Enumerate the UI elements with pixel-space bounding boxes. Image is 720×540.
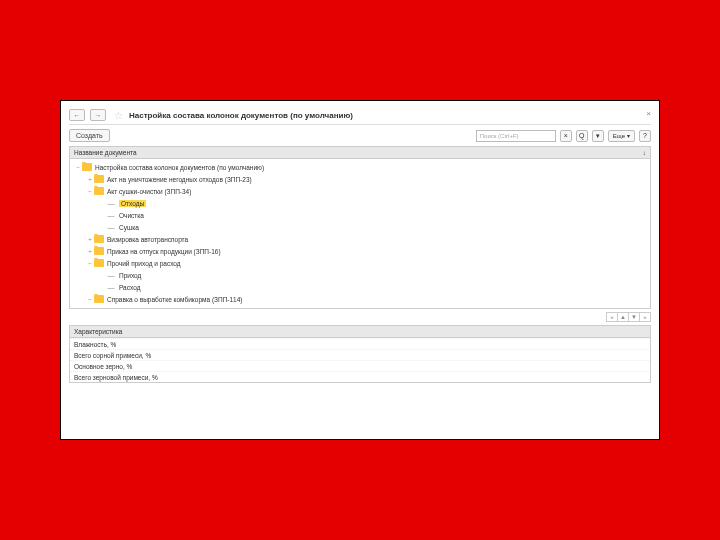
- folder-icon: [94, 235, 104, 243]
- tree-row-label: Прочий приход и расход: [107, 260, 181, 267]
- characteristic-row[interactable]: Всего сорной примеси, %: [70, 349, 650, 360]
- tree-row-label: Справка о выработке комбикорма (ЗПП-114): [107, 296, 243, 303]
- search-input[interactable]: Поиск (Ctrl+F): [476, 130, 556, 142]
- tree-row-label: Приказ на отпуск продукции (ЗПП-16): [107, 248, 221, 255]
- close-icon[interactable]: ×: [646, 109, 651, 118]
- tree-row-label: Настройка состава колонок документов (по…: [95, 164, 264, 171]
- characteristic-row[interactable]: Основное зерно, %: [70, 360, 650, 371]
- tree-row[interactable]: +Приказ на отпуск продукции (ЗПП-16): [70, 245, 650, 257]
- tree-toggle-icon[interactable]: −: [86, 296, 94, 302]
- toolbar: Создать Поиск (Ctrl+F) × Q ▾ Еще▾ ?: [69, 125, 651, 146]
- tree-row-label: Визировка автотранспорта: [107, 236, 188, 243]
- search-clear-button[interactable]: ×: [560, 130, 572, 142]
- leaf-icon: —: [106, 224, 116, 231]
- tree-pager: « ▲ ▼ »: [69, 309, 651, 325]
- tree-row[interactable]: +Акт на уничтожение негодных отходов (ЗП…: [70, 173, 650, 185]
- app-window: ← → ☆ Настройка состава колонок документ…: [60, 100, 660, 440]
- more-button[interactable]: Еще▾: [608, 130, 635, 142]
- sort-indicator-icon: ↓: [643, 149, 646, 156]
- leaf-icon: —: [106, 212, 116, 219]
- tree-row[interactable]: —Очистка: [70, 209, 650, 221]
- folder-icon: [94, 175, 104, 183]
- nav-back-button[interactable]: ←: [69, 109, 85, 121]
- tree-toggle-icon[interactable]: +: [86, 176, 94, 182]
- tree-row[interactable]: −Прочий приход и расход: [70, 257, 650, 269]
- column-name-label: Название документа: [74, 149, 137, 156]
- folder-icon: [82, 163, 92, 171]
- tree-toggle-icon[interactable]: −: [86, 188, 94, 194]
- chevron-down-icon: ▾: [627, 132, 630, 139]
- tree-row-label: Акт сушки-очистки (ЗПП-34): [107, 188, 191, 195]
- folder-icon: [94, 259, 104, 267]
- tree-row[interactable]: +Визировка автотранспорта: [70, 233, 650, 245]
- titlebar: ← → ☆ Настройка состава колонок документ…: [69, 109, 651, 125]
- tree-row[interactable]: −Акт сушки-очистки (ЗПП-34): [70, 185, 650, 197]
- leaf-icon: —: [106, 284, 116, 291]
- tree-row-label: Приход: [119, 272, 141, 279]
- tree-row-label: Сушка: [119, 224, 139, 231]
- tree-row-label: Расход: [119, 284, 140, 291]
- tree-row-label: Очистка: [119, 212, 144, 219]
- characteristics-list: Влажность, %Всего сорной примеси, %Основ…: [69, 338, 651, 383]
- tree-row[interactable]: −Настройка состава колонок документов (п…: [70, 161, 650, 173]
- characteristics-header[interactable]: Характеристика: [69, 325, 651, 338]
- search-dropdown-button[interactable]: ▾: [592, 130, 604, 142]
- tree-row[interactable]: —Расход: [70, 281, 650, 293]
- tree-toggle-icon[interactable]: +: [86, 236, 94, 242]
- folder-icon: [94, 247, 104, 255]
- help-button[interactable]: ?: [639, 130, 651, 142]
- characteristic-row[interactable]: Всего зерновой примеси, %: [70, 371, 650, 382]
- pager-last-button[interactable]: »: [639, 312, 651, 322]
- tree-row[interactable]: −Справка о выработке комбикорма (ЗПП-114…: [70, 293, 650, 305]
- tree-column-header[interactable]: Название документа ↓: [69, 146, 651, 159]
- tree-row-label: Акт на уничтожение негодных отходов (ЗПП…: [107, 176, 252, 183]
- tree-row[interactable]: —Приход: [70, 269, 650, 281]
- characteristic-row[interactable]: Влажность, %: [70, 338, 650, 349]
- nav-forward-button[interactable]: →: [90, 109, 106, 121]
- folder-icon: [94, 187, 104, 195]
- leaf-icon: —: [106, 272, 116, 279]
- page-title: Настройка состава колонок документов (по…: [129, 111, 353, 120]
- tree-row[interactable]: —Отходы: [70, 197, 650, 209]
- search-go-button[interactable]: Q: [576, 130, 588, 142]
- favorite-star-icon[interactable]: ☆: [114, 110, 123, 121]
- tree-toggle-icon[interactable]: +: [86, 248, 94, 254]
- leaf-icon: —: [106, 200, 116, 207]
- tree-row[interactable]: —Сушка: [70, 221, 650, 233]
- folder-icon: [94, 295, 104, 303]
- tree-row-label: Отходы: [119, 200, 146, 207]
- tree-toggle-icon[interactable]: −: [86, 260, 94, 266]
- create-button[interactable]: Создать: [69, 129, 110, 142]
- tree-toggle-icon[interactable]: −: [74, 164, 82, 170]
- document-tree[interactable]: −Настройка состава колонок документов (п…: [69, 159, 651, 309]
